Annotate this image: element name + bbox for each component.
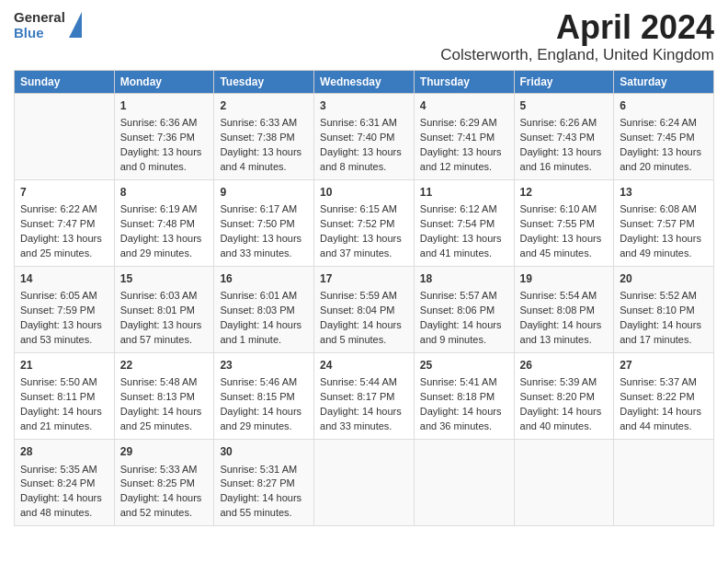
sunrise-text: Sunrise: 6:15 AM — [320, 202, 408, 217]
sunrise-text: Sunrise: 5:41 AM — [420, 375, 508, 390]
sunset-text: Sunset: 8:27 PM — [220, 477, 308, 491]
sunset-text: Sunset: 8:22 PM — [620, 390, 708, 405]
calendar-cell — [614, 440, 714, 526]
day-number: 30 — [220, 444, 308, 460]
daylight-text: Daylight: 13 hours and 49 minutes. — [620, 232, 708, 261]
sunset-text: Sunset: 8:01 PM — [120, 304, 209, 318]
daylight-text: Daylight: 13 hours and 45 minutes. — [520, 232, 609, 261]
calendar-cell: 6Sunrise: 6:24 AMSunset: 7:45 PMDaylight… — [614, 93, 714, 179]
daylight-text: Daylight: 13 hours and 41 minutes. — [420, 232, 508, 261]
daylight-text: Daylight: 14 hours and 17 minutes. — [620, 318, 708, 348]
day-number: 8 — [120, 185, 209, 201]
daylight-text: Daylight: 13 hours and 8 minutes. — [320, 145, 408, 175]
calendar-week-row: 21Sunrise: 5:50 AMSunset: 8:11 PMDayligh… — [15, 353, 714, 440]
daylight-text: Daylight: 13 hours and 57 minutes. — [120, 318, 209, 348]
sunset-text: Sunset: 8:13 PM — [120, 390, 209, 405]
calendar-week-row: 28Sunrise: 5:35 AMSunset: 8:24 PMDayligh… — [15, 440, 714, 526]
sunset-text: Sunset: 7:40 PM — [320, 131, 408, 145]
logo: General Blue — [14, 9, 82, 40]
daylight-text: Daylight: 13 hours and 20 minutes. — [620, 145, 708, 175]
day-number: 19 — [520, 271, 609, 287]
sunrise-text: Sunrise: 6:10 AM — [520, 202, 609, 217]
sunset-text: Sunset: 8:03 PM — [220, 304, 308, 318]
calendar-cell: 25Sunrise: 5:41 AMSunset: 8:18 PMDayligh… — [414, 353, 514, 440]
sunrise-text: Sunrise: 5:33 AM — [120, 463, 209, 477]
day-number: 27 — [620, 358, 708, 373]
day-number: 2 — [220, 98, 308, 114]
sunset-text: Sunset: 8:20 PM — [520, 390, 609, 405]
sunset-text: Sunset: 7:55 PM — [520, 217, 609, 232]
daylight-text: Daylight: 13 hours and 4 minutes. — [220, 145, 308, 175]
sunset-text: Sunset: 8:15 PM — [220, 390, 308, 405]
daylight-text: Daylight: 14 hours and 55 minutes. — [220, 491, 308, 521]
day-number: 10 — [320, 185, 408, 201]
sunrise-text: Sunrise: 5:57 AM — [420, 289, 508, 304]
day-number: 7 — [20, 185, 108, 201]
day-number: 9 — [220, 185, 308, 201]
calendar-week-row: 1Sunrise: 6:36 AMSunset: 7:36 PMDaylight… — [15, 93, 714, 179]
sunrise-text: Sunrise: 5:54 AM — [520, 289, 609, 304]
page-header: General Blue April 2024 Colsterworth, En… — [14, 9, 714, 64]
day-number: 25 — [420, 358, 508, 373]
header-tuesday: Tuesday — [214, 70, 314, 93]
calendar-cell: 5Sunrise: 6:26 AMSunset: 7:43 PMDaylight… — [514, 93, 614, 179]
calendar-cell: 1Sunrise: 6:36 AMSunset: 7:36 PMDaylight… — [114, 93, 214, 179]
sunset-text: Sunset: 8:08 PM — [520, 304, 609, 318]
daylight-text: Daylight: 13 hours and 29 minutes. — [120, 232, 209, 261]
sunrise-text: Sunrise: 6:05 AM — [20, 289, 108, 304]
calendar-title: April 2024 — [440, 9, 714, 46]
day-number: 4 — [420, 98, 508, 114]
daylight-text: Daylight: 14 hours and 48 minutes. — [20, 491, 108, 521]
header-friday: Friday — [514, 70, 614, 93]
calendar-cell — [314, 440, 415, 526]
sunrise-text: Sunrise: 6:29 AM — [420, 116, 508, 131]
sunrise-text: Sunrise: 5:52 AM — [620, 289, 708, 304]
sunset-text: Sunset: 7:36 PM — [120, 131, 209, 145]
calendar-cell: 29Sunrise: 5:33 AMSunset: 8:25 PMDayligh… — [114, 440, 214, 526]
sunrise-text: Sunrise: 6:31 AM — [320, 116, 408, 131]
calendar-cell: 15Sunrise: 6:03 AMSunset: 8:01 PMDayligh… — [114, 266, 214, 352]
sunrise-text: Sunrise: 5:39 AM — [520, 375, 609, 390]
daylight-text: Daylight: 13 hours and 25 minutes. — [20, 232, 108, 261]
day-number: 18 — [420, 271, 508, 287]
title-block: April 2024 Colsterworth, England, United… — [440, 9, 714, 64]
day-number: 1 — [120, 98, 209, 114]
sunrise-text: Sunrise: 5:59 AM — [320, 289, 408, 304]
daylight-text: Daylight: 14 hours and 21 minutes. — [20, 405, 108, 434]
sunrise-text: Sunrise: 6:22 AM — [20, 202, 108, 217]
sunrise-text: Sunrise: 6:08 AM — [620, 202, 708, 217]
sunset-text: Sunset: 7:57 PM — [620, 217, 708, 232]
day-number: 20 — [620, 271, 708, 287]
calendar-week-row: 7Sunrise: 6:22 AMSunset: 7:47 PMDaylight… — [15, 179, 714, 266]
daylight-text: Daylight: 13 hours and 53 minutes. — [20, 318, 108, 348]
calendar-subtitle: Colsterworth, England, United Kingdom — [440, 46, 714, 64]
calendar-cell: 23Sunrise: 5:46 AMSunset: 8:15 PMDayligh… — [214, 353, 314, 440]
calendar-cell — [514, 440, 614, 526]
daylight-text: Daylight: 13 hours and 37 minutes. — [320, 232, 408, 261]
daylight-text: Daylight: 14 hours and 52 minutes. — [120, 491, 209, 521]
day-number: 21 — [20, 358, 108, 373]
sunset-text: Sunset: 7:47 PM — [20, 217, 108, 232]
sunset-text: Sunset: 7:59 PM — [20, 304, 108, 318]
sunset-text: Sunset: 8:04 PM — [320, 304, 408, 318]
daylight-text: Daylight: 14 hours and 36 minutes. — [420, 405, 508, 434]
sunset-text: Sunset: 7:41 PM — [420, 131, 508, 145]
calendar-cell: 8Sunrise: 6:19 AMSunset: 7:48 PMDaylight… — [114, 179, 214, 266]
sunrise-text: Sunrise: 6:01 AM — [220, 289, 308, 304]
day-number: 5 — [520, 98, 609, 114]
calendar-cell: 18Sunrise: 5:57 AMSunset: 8:06 PMDayligh… — [414, 266, 514, 352]
header-sunday: Sunday — [15, 70, 115, 93]
day-number: 29 — [120, 444, 209, 460]
day-number: 3 — [320, 98, 408, 114]
calendar-cell: 13Sunrise: 6:08 AMSunset: 7:57 PMDayligh… — [614, 179, 714, 266]
logo-triangle-icon — [69, 12, 82, 38]
daylight-text: Daylight: 14 hours and 44 minutes. — [620, 405, 708, 434]
day-number: 22 — [120, 358, 209, 373]
sunset-text: Sunset: 8:17 PM — [320, 390, 408, 405]
sunrise-text: Sunrise: 6:33 AM — [220, 116, 308, 131]
sunset-text: Sunset: 8:11 PM — [20, 390, 108, 405]
daylight-text: Daylight: 13 hours and 0 minutes. — [120, 145, 209, 175]
daylight-text: Daylight: 14 hours and 25 minutes. — [120, 405, 209, 434]
sunrise-text: Sunrise: 6:26 AM — [520, 116, 609, 131]
daylight-text: Daylight: 14 hours and 33 minutes. — [320, 405, 408, 434]
